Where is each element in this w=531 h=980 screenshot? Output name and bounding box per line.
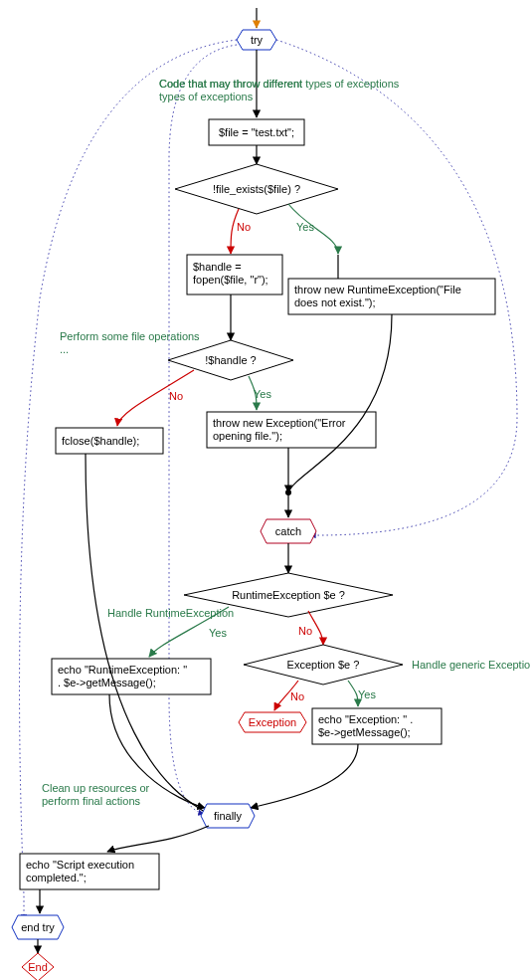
svg-text:RuntimeException $e ?: RuntimeException $e ? [232,589,345,601]
svg-text:!file_exists($file) ?: !file_exists($file) ? [213,183,300,195]
echo-done-box: echo "Script executioncompleted."; [20,854,159,889]
try-node: try [237,30,276,50]
svg-text:!$handle ?: !$handle ? [205,354,256,366]
label-no-2: No [169,390,183,402]
echo-runtime-box: echo "RuntimeException: ". $e->getMessag… [52,659,211,694]
end-node: End [22,953,54,980]
svg-text:Exception: Exception [249,716,296,728]
svg-text:No: No [298,625,312,637]
exception-terminal: Exception [239,712,306,732]
svg-text:Exception $e ?: Exception $e ? [287,659,360,671]
label-yes-1: Yes [296,221,314,233]
comment-exception: Handle generic Exception [412,659,531,671]
comment-perform: Perform some file operations... [60,330,200,355]
end-try-node: end try [12,915,64,939]
comment-runtime: Handle RuntimeException [107,607,234,619]
svg-text:finally: finally [214,810,243,822]
svg-text:Code that may throw differentt: Code that may throw differenttypes of ex… [159,78,302,102]
try-label: try [251,34,264,46]
echo-exception-box: echo "Exception: " .$e->getMessage(); [312,708,442,744]
svg-text:Yes: Yes [358,688,376,700]
finally-node: finally [201,804,255,828]
svg-text:Yes: Yes [209,627,227,639]
svg-text:$file = "test.txt";: $file = "test.txt"; [219,126,294,138]
fclose-box: fclose($handle); [56,428,163,454]
svg-text:End: End [28,961,48,973]
svg-text:echo "Exception: " .$e->getMes: echo "Exception: " .$e->getMessage(); [318,713,413,738]
fopen-box: $handle =fopen($file, "r"); [187,255,282,294]
svg-text:catch: catch [275,525,301,537]
throw-runtime-box: throw new RuntimeException("Filedoes not… [288,279,495,314]
comment-finally: Clean up resources orperform final actio… [42,782,150,807]
svg-text:fclose($handle);: fclose($handle); [62,435,139,447]
svg-text:No: No [290,690,304,702]
flowchart-canvas: try Code that may throw different types … [0,0,531,980]
catch-node: catch [261,519,316,543]
assign-file: $file = "test.txt"; [209,119,304,145]
label-yes-2: Yes [254,388,271,400]
label-no-1: No [237,221,251,233]
decision-exception: Exception $e ? [244,645,403,685]
throw-exception-box: throw new Exception("Erroropening file."… [207,412,376,448]
svg-text:end try: end try [21,921,55,933]
decision-file-exists: !file_exists($file) ? [175,164,338,214]
